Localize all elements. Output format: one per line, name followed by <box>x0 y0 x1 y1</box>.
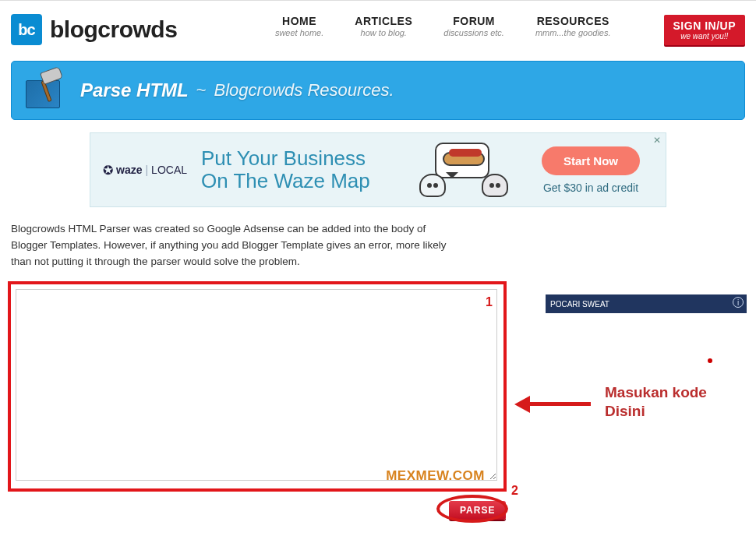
nav-forum[interactable]: FORUM discussions etc. <box>443 15 504 37</box>
waze-ghost-icon <box>482 174 508 197</box>
brand-name[interactable]: blogcrowds <box>50 16 177 43</box>
nav-resources-title: RESOURCES <box>535 15 611 27</box>
page-subtitle: Blogcrowds Resources. <box>214 80 394 100</box>
ad-cta-area: Start Now Get $30 in ad credit <box>528 146 653 194</box>
parse-button-area: PARSE 2 <box>0 496 514 527</box>
nav-articles-sub: how to blog. <box>355 28 412 37</box>
ad-start-now-button[interactable]: Start Now <box>542 146 640 175</box>
nav-home[interactable]: HOME sweet home. <box>275 15 323 37</box>
annotation-marker-1: 1 <box>486 295 493 309</box>
waze-icon <box>103 163 113 178</box>
html-input-textarea[interactable] <box>16 289 497 481</box>
logo-icon[interactable]: bc <box>11 14 42 45</box>
annotation-text: Masukan kode Disini <box>605 383 707 421</box>
hammer-blueprint-icon <box>26 72 66 108</box>
sidebar-ad[interactable]: POCARI SWEAT i <box>546 294 747 313</box>
nav-articles[interactable]: ARTICLES how to blog. <box>355 15 412 37</box>
nav-articles-title: ARTICLES <box>355 15 412 27</box>
ad-info-icon[interactable]: i <box>733 297 744 308</box>
ad-close-icon[interactable]: ✕ <box>652 135 662 146</box>
header: bc blogcrowds HOME sweet home. ARTICLES … <box>0 5 756 53</box>
ad-brand-sub: LOCAL <box>151 164 187 176</box>
hotdog-icon <box>443 152 485 166</box>
page-title: Parse HTML <box>80 79 189 101</box>
ad-headline-line2: On The Waze Map <box>201 170 419 192</box>
top-ad-banner[interactable]: ✕ waze | LOCAL Put Your Business On The … <box>90 132 666 207</box>
ad-headline-line1: Put Your Business <box>201 147 419 170</box>
annotation-text-line1: Masukan kode <box>605 383 707 402</box>
annotation-dot <box>708 358 712 363</box>
ad-brand-logo: waze | LOCAL <box>103 163 187 178</box>
nav-resources-sub: mmm...the goodies. <box>535 28 611 37</box>
parse-button[interactable]: PARSE <box>449 501 506 520</box>
main-nav: HOME sweet home. ARTICLES how to blog. F… <box>275 15 745 45</box>
nav-home-sub: sweet home. <box>275 28 323 37</box>
ad-illustration <box>419 143 528 197</box>
annotation-text-line2: Disini <box>605 402 707 421</box>
intro-paragraph: Blogcrowds HTML Parser was created so Go… <box>0 221 468 270</box>
sign-in-button[interactable]: SIGN IN/UP we want you!! <box>664 15 745 45</box>
sign-in-sub: we want you!! <box>673 32 736 41</box>
watermark-text: MEXMEW.COM <box>386 468 485 484</box>
nav-resources[interactable]: RESOURCES mmm...the goodies. <box>535 15 611 37</box>
banner-separator: ~ <box>196 80 207 100</box>
nav-home-title: HOME <box>275 15 323 27</box>
nav-forum-title: FORUM <box>443 15 504 27</box>
ad-brand-sep: | <box>145 164 148 176</box>
annotation-arrow <box>514 394 592 418</box>
sidebar-ad-label: POCARI SWEAT <box>550 300 609 309</box>
annotation-marker-2: 2 <box>511 484 518 498</box>
page-banner: Parse HTML ~ Blogcrowds Resources. <box>11 61 745 120</box>
nav-forum-sub: discussions etc. <box>443 28 504 37</box>
parser-input-box: 1 MEXMEW.COM <box>8 281 507 492</box>
arrow-left-icon <box>514 396 530 413</box>
ad-credit-text: Get $30 in ad credit <box>528 182 653 194</box>
sign-in-title: SIGN IN/UP <box>673 19 736 32</box>
waze-ghost-icon <box>419 174 446 197</box>
ad-brand-name: waze <box>116 164 142 176</box>
speech-bubble-icon <box>435 143 489 178</box>
ad-headline: Put Your Business On The Waze Map <box>201 147 419 192</box>
